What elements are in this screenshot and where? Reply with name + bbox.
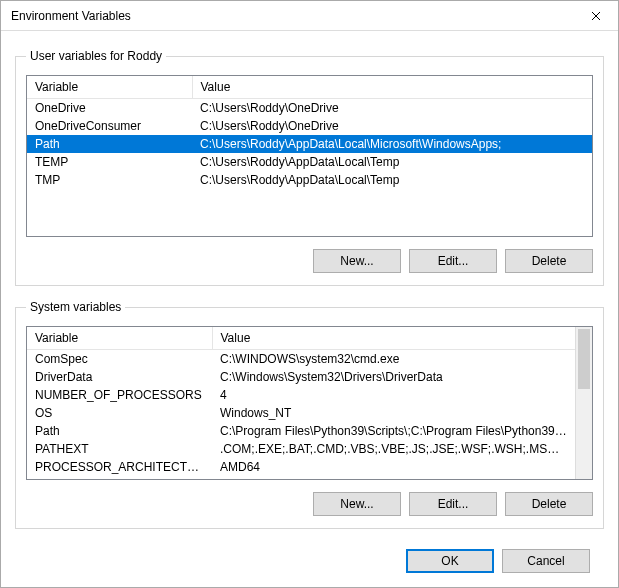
- cell-value: AMD64: [212, 458, 575, 476]
- environment-variables-window: Environment Variables User variables for…: [0, 0, 619, 588]
- table-row[interactable]: OneDriveConsumerC:\Users\Roddy\OneDrive: [27, 117, 592, 135]
- table-row[interactable]: OSWindows_NT: [27, 404, 575, 422]
- table-row[interactable]: TMPC:\Users\Roddy\AppData\Local\Temp: [27, 171, 592, 189]
- cell-value: C:\Users\Roddy\OneDrive: [192, 99, 592, 118]
- cell-variable: TMP: [27, 171, 192, 189]
- cell-value: C:\Users\Roddy\AppData\Local\Temp: [192, 171, 592, 189]
- user-variables-legend: User variables for Roddy: [26, 49, 166, 63]
- user-delete-button[interactable]: Delete: [505, 249, 593, 273]
- cell-variable: Path: [27, 135, 192, 153]
- system-variables-group: System variables Variable Value: [15, 300, 604, 529]
- table-row[interactable]: PROCESSOR_ARCHITECTUREAMD64: [27, 458, 575, 476]
- cell-variable: OneDrive: [27, 99, 192, 118]
- user-variables-table-container[interactable]: Variable Value OneDriveC:\Users\Roddy\On…: [26, 75, 593, 237]
- table-row[interactable]: PATHEXT.COM;.EXE;.BAT;.CMD;.VBS;.VBE;.JS…: [27, 440, 575, 458]
- cell-value: C:\Users\Roddy\OneDrive: [192, 117, 592, 135]
- close-button[interactable]: [573, 1, 618, 31]
- titlebar: Environment Variables: [1, 1, 618, 31]
- system-variables-legend: System variables: [26, 300, 125, 314]
- cell-variable: PATHEXT: [27, 440, 212, 458]
- cell-variable: PROCESSOR_ARCHITECTURE: [27, 458, 212, 476]
- cell-value: .COM;.EXE;.BAT;.CMD;.VBS;.VBE;.JS;.JSE;.…: [212, 440, 575, 458]
- cell-variable: OS: [27, 404, 212, 422]
- cancel-button[interactable]: Cancel: [502, 549, 590, 573]
- system-new-button[interactable]: New...: [313, 492, 401, 516]
- close-icon: [591, 11, 601, 21]
- dialog-footer: OK Cancel: [15, 543, 604, 587]
- table-row[interactable]: TEMPC:\Users\Roddy\AppData\Local\Temp: [27, 153, 592, 171]
- table-row[interactable]: NUMBER_OF_PROCESSORS4: [27, 386, 575, 404]
- scroll-thumb[interactable]: [578, 329, 590, 389]
- user-header-variable[interactable]: Variable: [27, 76, 192, 99]
- user-new-button[interactable]: New...: [313, 249, 401, 273]
- system-button-row: New... Edit... Delete: [26, 492, 593, 516]
- table-row[interactable]: OneDriveC:\Users\Roddy\OneDrive: [27, 99, 592, 118]
- system-variables-table-container[interactable]: Variable Value ComSpecC:\WINDOWS\system3…: [26, 326, 593, 480]
- table-row[interactable]: PathC:\Users\Roddy\AppData\Local\Microso…: [27, 135, 592, 153]
- cell-value: 4: [212, 386, 575, 404]
- cell-variable: ComSpec: [27, 350, 212, 369]
- cell-variable: TEMP: [27, 153, 192, 171]
- cell-variable: OneDriveConsumer: [27, 117, 192, 135]
- user-variables-table: Variable Value OneDriveC:\Users\Roddy\On…: [27, 76, 592, 189]
- dialog-content: User variables for Roddy Variable Value …: [1, 31, 618, 588]
- cell-value: C:\WINDOWS\system32\cmd.exe: [212, 350, 575, 369]
- system-delete-button[interactable]: Delete: [505, 492, 593, 516]
- window-title: Environment Variables: [11, 9, 131, 23]
- cell-variable: NUMBER_OF_PROCESSORS: [27, 386, 212, 404]
- table-row[interactable]: DriverDataC:\Windows\System32\Drivers\Dr…: [27, 368, 575, 386]
- user-header-value[interactable]: Value: [192, 76, 592, 99]
- table-row[interactable]: ComSpecC:\WINDOWS\system32\cmd.exe: [27, 350, 575, 369]
- system-scrollbar[interactable]: [575, 327, 592, 479]
- system-edit-button[interactable]: Edit...: [409, 492, 497, 516]
- user-edit-button[interactable]: Edit...: [409, 249, 497, 273]
- system-header-variable[interactable]: Variable: [27, 327, 212, 350]
- user-button-row: New... Edit... Delete: [26, 249, 593, 273]
- cell-variable: DriverData: [27, 368, 212, 386]
- ok-button[interactable]: OK: [406, 549, 494, 573]
- user-variables-group: User variables for Roddy Variable Value …: [15, 49, 604, 286]
- cell-value: C:\Users\Roddy\AppData\Local\Microsoft\W…: [192, 135, 592, 153]
- cell-value: C:\Users\Roddy\AppData\Local\Temp: [192, 153, 592, 171]
- cell-value: C:\Windows\System32\Drivers\DriverData: [212, 368, 575, 386]
- cell-value: C:\Program Files\Python39\Scripts\;C:\Pr…: [212, 422, 575, 440]
- cell-value: Windows_NT: [212, 404, 575, 422]
- cell-variable: Path: [27, 422, 212, 440]
- system-variables-table: Variable Value ComSpecC:\WINDOWS\system3…: [27, 327, 575, 476]
- table-row[interactable]: PathC:\Program Files\Python39\Scripts\;C…: [27, 422, 575, 440]
- system-header-value[interactable]: Value: [212, 327, 575, 350]
